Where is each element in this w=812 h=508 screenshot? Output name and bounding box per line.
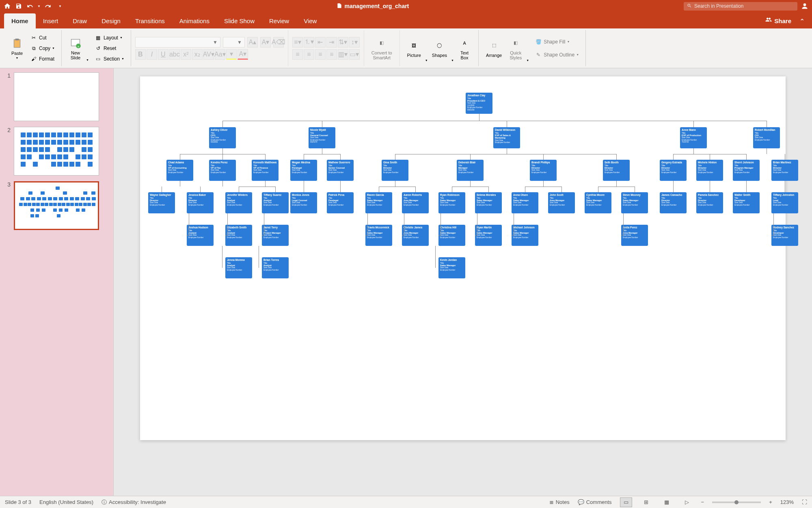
canvas-area[interactable]: Jonathan ClayTitlePresident & CEOStart D…: [114, 68, 812, 496]
org-node[interactable]: Kevin JordanTitleSales ManagerStart Date…: [438, 257, 465, 278]
layout-button[interactable]: ▦Layout ▼: [92, 33, 127, 43]
accessibility-status[interactable]: ⓘ Accessibility: Investigate: [102, 499, 166, 506]
org-node[interactable]: Jenna MorenoTitleAnalystStart DateEmploy…: [225, 257, 252, 278]
align-text-button[interactable]: ▭▾: [349, 49, 360, 60]
tab-draw[interactable]: Draw: [65, 13, 94, 28]
format-painter-button[interactable]: 🖌Format: [28, 54, 57, 64]
textbox-button[interactable]: AText Box: [455, 35, 474, 62]
org-node[interactable]: Kendra PerezTitleVP of TaxStart DateEmpl…: [209, 160, 236, 181]
org-node[interactable]: Sherri JohnsonTitleProgram ManagerStart …: [733, 160, 760, 181]
fit-to-window-button[interactable]: ⛶: [802, 499, 807, 505]
slide-thumb-2[interactable]: 2: [4, 127, 109, 176]
underline-button[interactable]: U: [158, 49, 168, 60]
qat-dropdown-icon[interactable]: ▼: [58, 4, 62, 8]
shape-fill-button[interactable]: 🪣Shape Fill ▼: [532, 37, 581, 47]
org-node[interactable]: James CamachoTitleDirectorStart DateEmpl…: [660, 192, 687, 213]
org-node[interactable]: Cynthia MooreTitleSales ManagerStart Dat…: [585, 192, 611, 213]
org-node[interactable]: Jennifer WintersTitleAnalystStart DateEm…: [225, 192, 252, 213]
undo-icon[interactable]: [26, 2, 34, 10]
zoom-slider[interactable]: [712, 501, 761, 503]
redo-icon[interactable]: [44, 2, 52, 10]
org-node[interactable]: Jared TerryTitleProject ManagerStart Dat…: [262, 225, 289, 246]
org-node[interactable]: Nicole WyattTitleGeneral CounselStart Da…: [309, 127, 335, 148]
org-node[interactable]: Michele HintonTitleDirectorStart DateEmp…: [696, 160, 723, 181]
org-node[interactable]: Chad AdamsTitleVP of AccountingStart Dat…: [166, 160, 193, 181]
org-node[interactable]: John ScottTitleArea ManagerStart DateEmp…: [548, 192, 575, 213]
italic-button[interactable]: I: [147, 49, 157, 60]
org-node[interactable]: Anita PerezTitleArea ManagerStart DateEm…: [621, 225, 648, 246]
tab-insert[interactable]: Insert: [36, 13, 66, 28]
numbering-button[interactable]: ⒈▾: [304, 37, 314, 48]
cut-button[interactable]: ✂Cut: [28, 33, 57, 43]
reset-button[interactable]: ↺Reset: [92, 43, 127, 53]
org-node[interactable]: Elizabeth SmithTitleAnalystStart DateEmp…: [225, 225, 252, 246]
undo-dropdown-icon[interactable]: ▼: [37, 4, 41, 8]
org-node[interactable]: Michael JohnsonTitleSales ManagerStart D…: [512, 225, 538, 246]
tab-transitions[interactable]: Transitions: [128, 13, 172, 28]
change-case-button[interactable]: Aa▾: [215, 49, 225, 60]
share-button[interactable]: Share: [760, 13, 796, 28]
justify-button[interactable]: ≡: [326, 49, 337, 60]
slide-thumb-3[interactable]: 3: [4, 181, 109, 230]
paste-button[interactable]: Paste ▼: [7, 35, 27, 61]
normal-view-button[interactable]: ▭: [620, 497, 632, 507]
org-node[interactable]: Christie JamesTitleArea ManagerStart Dat…: [402, 225, 429, 246]
align-center-button[interactable]: ≡: [304, 49, 314, 60]
tab-review[interactable]: Review: [262, 13, 296, 28]
org-node[interactable]: Ashley OliverTitleCFOStart DateEmployee …: [209, 127, 236, 148]
org-node[interactable]: Travis MccormickTitleSales ManagerStart …: [365, 225, 392, 246]
org-node[interactable]: Raven GarciaTitleSales ManagerStart Date…: [365, 192, 392, 213]
org-node[interactable]: David WilkinsonTitleEVP of Sales & Marke…: [493, 127, 520, 148]
slide-panel[interactable]: 1 2 3: [0, 68, 114, 496]
org-node[interactable]: Anna OlsenTitleSales ManagerStart DateEm…: [512, 192, 538, 213]
zoom-level[interactable]: 123%: [780, 499, 794, 505]
notes-button[interactable]: ≣Notes: [549, 499, 570, 505]
decrease-font-button[interactable]: A▾: [260, 37, 271, 48]
columns-button[interactable]: ▥▾: [338, 49, 348, 60]
org-node[interactable]: Tiffany JohnstonTitleLeadStart DateEmplo…: [771, 192, 798, 213]
org-node[interactable]: Monica JonesTitleLegal CounselStart Date…: [290, 192, 317, 213]
org-node[interactable]: Rodney SanchezTitleDeveloperStart DateEm…: [771, 225, 798, 246]
line-spacing-button[interactable]: ⇅▾: [338, 37, 348, 48]
org-node[interactable]: Gregory EstradaTitleDirectorStart DateEm…: [660, 160, 687, 181]
org-node[interactable]: Robert McmillanTitleCIOStart DateEmploye…: [753, 127, 780, 148]
org-node[interactable]: Christina HillTitleSales ManagerStart Da…: [438, 225, 465, 246]
highlight-button[interactable]: ▾: [226, 49, 237, 60]
shapes-button[interactable]: ◯Shapes: [429, 37, 450, 59]
org-node[interactable]: Ryan RobinsonTitleSales ManagerStart Dat…: [438, 192, 465, 213]
org-node[interactable]: Kenneth MatthewsTitleVP of FinanceStart …: [252, 160, 279, 181]
org-node[interactable]: Aaron RobertsTitleArea ManagerStart Date…: [402, 192, 429, 213]
save-icon[interactable]: [15, 2, 23, 10]
org-node[interactable]: Mathew GuerreroTitleSenior CounselStart …: [327, 160, 354, 181]
org-node[interactable]: Anne MannTitleEVP of ProductionStart Dat…: [680, 127, 707, 148]
section-button[interactable]: ▭Section ▼: [92, 54, 127, 64]
tab-design[interactable]: Design: [94, 13, 128, 28]
increase-indent-button[interactable]: ⇥: [326, 37, 337, 48]
font-size-combo[interactable]: ▼: [223, 37, 245, 48]
tab-slideshow[interactable]: Slide Show: [217, 13, 262, 28]
org-node[interactable]: Selena MoralesTitleSales ManagerStart Da…: [475, 192, 502, 213]
sorter-view-button[interactable]: ⊞: [640, 497, 652, 507]
org-node[interactable]: Megan MedinaTitleParalegalStart DateEmpl…: [290, 160, 317, 181]
org-node[interactable]: Brian MartinezTitleDirectorStart DateEmp…: [771, 160, 798, 181]
slide-thumb-1[interactable]: 1: [4, 72, 109, 121]
org-node[interactable]: Jessica BakerTitleDirectorStart DateEmpl…: [187, 192, 214, 213]
decrease-indent-button[interactable]: ⇤: [315, 37, 326, 48]
org-node[interactable]: Steve MooneyTitleSales ManagerStart Date…: [621, 192, 648, 213]
collapse-ribbon-icon[interactable]: ⌃: [796, 14, 808, 28]
subscript-button[interactable]: x₂: [192, 49, 203, 60]
text-direction-button[interactable]: ↕▾: [349, 37, 360, 48]
org-node[interactable]: Walter SmithTitleDeveloperStart DateEmpl…: [733, 192, 760, 213]
comments-button[interactable]: 💬Comments: [578, 499, 612, 505]
shape-outline-button[interactable]: ✎Shape Outline ▼: [532, 50, 581, 60]
slideshow-view-button[interactable]: ▷: [681, 497, 693, 507]
search-input[interactable]: Search in Presentation: [684, 2, 797, 11]
org-node[interactable]: Patrick PenaTitleParalegalStart DateEmpl…: [327, 192, 354, 213]
language-status[interactable]: English (United States): [39, 499, 93, 505]
org-node[interactable]: Joshua HudsonTitleAnalystStart DateEmplo…: [187, 225, 214, 246]
org-node[interactable]: Wayne GallagherTitleDirectorStart DateEm…: [148, 192, 175, 213]
bold-button[interactable]: B: [135, 49, 146, 60]
org-node[interactable]: Ryan MartinTitleSales ManagerStart DateE…: [475, 225, 502, 246]
org-node[interactable]: Pamela SanchezTitleDirectorStart DateEmp…: [696, 192, 723, 213]
copy-button[interactable]: ⧉Copy ▼: [28, 43, 57, 53]
